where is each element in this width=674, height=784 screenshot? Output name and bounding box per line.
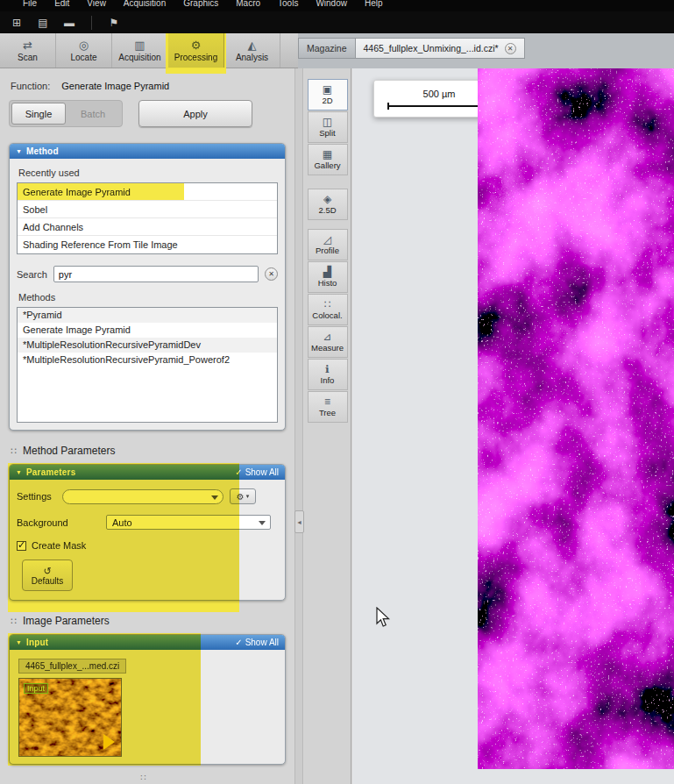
tab-magazine[interactable]: Magazine [298,38,356,59]
input-image-thumbnail[interactable]: Input [18,678,122,757]
list-item-generate-image-pyramid[interactable]: Generate Image Pyramid [18,183,277,201]
collapse-panel-handle[interactable]: ◄ [294,510,304,533]
show-all-toggle-input[interactable]: ✓ Show All [235,638,279,647]
parameters-panel-header[interactable]: ▼ Parameters ✓ Show All [10,465,285,480]
tab-processing[interactable]: ⚙ Processing [168,33,224,68]
list-item-label: Generate Image Pyramid [23,187,131,197]
search-label: Search [17,269,47,280]
list-item-multires-dev[interactable]: *MultipleResolutionRecursivePyramidDev [18,338,277,353]
apply-button[interactable]: Apply [138,100,252,127]
batch-button[interactable]: Batch [66,103,120,125]
tree-view-icon: ≡ [324,396,330,408]
show-all-toggle[interactable]: ✓ Show All [235,467,279,477]
view-info-button[interactable]: ℹ Info [308,359,348,390]
view-colocal-button[interactable]: ∷ Colocal. [308,294,348,325]
methods-list: *Pyramid Generate Image Pyramid *Multipl… [17,307,278,423]
input-panel-header[interactable]: ▼ Input ✓ Show All [10,635,285,650]
zen-application-window: File Edit View Acquisition Graphics Macr… [0,0,674,784]
settings-gear-button[interactable]: ⚙▾ [230,488,256,504]
view-split-button[interactable]: ◫ Split [308,111,348,143]
open-file-icon[interactable]: ▤ [33,15,53,31]
play-icon[interactable] [103,734,115,750]
view-measure-label: Measure [311,343,344,353]
show-all-label: Show All [245,638,279,647]
background-row: Background Auto [17,515,278,530]
locate-icon: ◎ [79,39,89,51]
scan-icon: ⇄ [23,39,32,51]
microscopy-image[interactable] [478,66,674,769]
tab-open-document[interactable]: 4465_fullplex_Unmixing_...id.czi* ✕ [356,38,525,59]
recently-used-list: Generate Image Pyramid Sobel Add Channel… [17,182,278,254]
clear-search-icon[interactable]: ✕ [265,267,278,281]
method-panel-body: Recently used Generate Image Pyramid Sob… [10,159,285,430]
histogram-view-icon: ▟ [323,267,331,278]
image-parameters-section: ∷ Image Parameters [11,615,286,627]
chevron-down-icon: ▼ [16,469,22,475]
view-colocal-label: Colocal. [312,310,342,320]
search-input[interactable] [53,266,259,282]
background-dropdown[interactable]: Auto [106,515,271,530]
create-mask-checkbox[interactable] [17,541,26,551]
tab-scan[interactable]: ⇄ Scan [0,33,56,68]
view-25d-button[interactable]: ◈ 2.5D [308,189,348,220]
menu-file[interactable]: File [14,0,46,11]
chevron-down-icon: ▼ [16,148,22,154]
dots-icon: ∷ [11,616,17,627]
view-2d-button[interactable]: ▣ 2D [308,79,348,110]
view-tree-button[interactable]: ≡ Tree [308,391,348,423]
chevron-down-icon: ▼ [16,639,22,645]
new-document-icon[interactable]: ⊞ [7,15,26,31]
list-item-sobel[interactable]: Sobel [18,201,277,218]
method-panel-header[interactable]: ▼ Method [10,144,285,159]
menu-tools[interactable]: Tools [269,0,307,11]
menu-edit[interactable]: Edit [46,0,78,11]
menu-graphics[interactable]: Graphics [174,0,227,11]
view-histo-button[interactable]: ▟ Histo [308,261,348,293]
mode-row: Single Batch Apply [9,100,286,127]
input-file-name[interactable]: 4465_fullplex_...med.czi [18,659,126,674]
list-item-pyramid[interactable]: *Pyramid [18,308,277,323]
menu-view[interactable]: View [78,0,115,11]
view-gallery-label: Gallery [314,160,340,170]
method-parameters-title: Method Parameters [23,445,115,457]
acquisition-icon: ▥ [134,39,145,51]
view-info-label: Info [321,375,335,385]
tab-analysis[interactable]: ◭ Analysis [224,33,280,68]
menu-window[interactable]: Window [307,0,356,11]
create-mask-label: Create Mask [32,540,86,551]
tab-locate[interactable]: ◎ Locate [56,33,112,68]
save-icon[interactable]: ▬ [60,15,79,31]
menu-help[interactable]: Help [356,0,392,11]
25d-view-icon: ◈ [323,194,331,205]
list-item-shading-reference[interactable]: Shading Reference From Tile Image [18,236,277,253]
function-value: Generate Image Pyramid [61,81,169,91]
search-row: Search ✕ [17,266,278,282]
tab-acquisition-label: Acquisition [118,53,160,62]
gear-icon: ⚙ [191,39,202,51]
dots-icon: ∷ [11,445,17,457]
view-mode-strip: ▣ 2D ◫ Split ▦ Gallery ◈ 2.5D ◿ Profile … [304,68,351,784]
image-viewer-canvas[interactable]: 500 µm [352,68,674,784]
defaults-button[interactable]: ↺ Defaults [22,559,73,591]
view-profile-button[interactable]: ◿ Profile [308,229,348,260]
tab-acquisition[interactable]: ▥ Acquisition [112,33,168,68]
view-split-label: Split [319,128,335,138]
tab-document-label: 4465_fullplex_Unmixing_...id.czi* [364,43,499,53]
flag-icon[interactable]: ⚑ [104,15,124,31]
settings-dropdown[interactable] [62,489,223,504]
view-gallery-button[interactable]: ▦ Gallery [308,144,348,175]
list-item-multires-powerof2[interactable]: *MultipleResolutionRecursivePyramid_Powe… [18,353,277,367]
gear-icon: ⚙ [237,492,245,502]
close-icon[interactable]: ✕ [505,43,516,54]
list-item-generate-image-pyramid-2[interactable]: Generate Image Pyramid [18,323,277,338]
input-badge: Input [24,683,48,694]
methods-label: Methods [18,292,278,303]
single-button[interactable]: Single [11,103,66,125]
parameters-panel: ▼ Parameters ✓ Show All Settings ⚙▾ [9,464,286,601]
list-item-add-channels[interactable]: Add Channels [18,218,277,236]
recently-used-label: Recently used [18,167,278,178]
method-parameters-section: ∷ Method Parameters [11,445,286,457]
view-measure-button[interactable]: ⊿ Measure [308,326,348,358]
menu-macro[interactable]: Macro [227,0,269,11]
menu-acquisition[interactable]: Acquisition [115,0,174,11]
